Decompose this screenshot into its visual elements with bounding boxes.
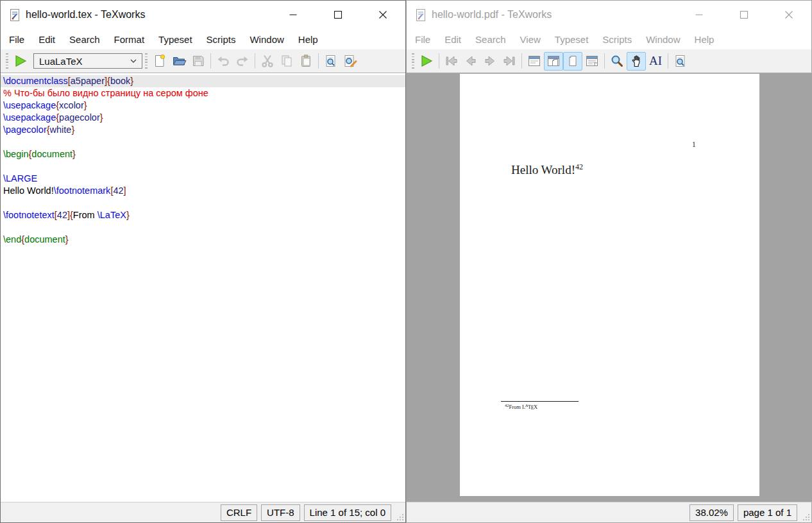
engine-select[interactable]: LuaLaTeX: [33, 53, 142, 69]
new-document-button[interactable]: [150, 52, 169, 71]
find-replace-icon: [343, 53, 358, 69]
line-ending-selector[interactable]: CRLF: [221, 504, 257, 521]
menu-item-search[interactable]: Search: [62, 31, 107, 48]
code-line-14[interactable]: \end{document}: [1, 234, 405, 246]
fit-width-button[interactable]: [544, 52, 563, 71]
maximize-button[interactable]: [722, 1, 766, 29]
code-line-15[interactable]: [1, 246, 405, 258]
redo-icon: [235, 53, 250, 69]
pdf-titlebar[interactable]: hello-world.pdf - TeXworks: [407, 1, 811, 29]
resize-grip[interactable]: [397, 514, 404, 521]
maximize-button[interactable]: [316, 1, 360, 29]
footnote-rule: [501, 401, 579, 402]
toolbar-separator: [439, 53, 439, 69]
close-icon: [784, 10, 794, 20]
toolbar-drag-handle[interactable]: [145, 53, 148, 69]
typeset-button[interactable]: [417, 52, 436, 71]
magnify-tool-button[interactable]: [607, 52, 627, 71]
menu-item-typeset[interactable]: Typeset: [151, 31, 199, 48]
zoom-level-indicator[interactable]: 38.02%: [689, 504, 734, 521]
toolbar-separator: [521, 53, 522, 69]
code-line-4[interactable]: \usepackage{pagecolor}: [1, 112, 405, 124]
text-select-tool-button[interactable]: AI: [646, 52, 665, 71]
actual-size-button[interactable]: [563, 52, 582, 71]
previous-page-button[interactable]: [461, 52, 480, 71]
paste-button[interactable]: [296, 52, 316, 71]
desktop: hello-world.tex - TeXworks: [0, 0, 812, 523]
open-folder-icon: [171, 53, 187, 69]
fit-window-button[interactable]: [525, 52, 544, 71]
menu-item-file[interactable]: File: [408, 31, 437, 48]
last-page-button[interactable]: [500, 52, 519, 71]
menu-item-view[interactable]: View: [513, 31, 548, 48]
next-page-icon: [482, 53, 498, 69]
next-page-button[interactable]: [480, 52, 500, 71]
code-line-11[interactable]: [1, 197, 405, 209]
code-line-5[interactable]: \pagecolor{white}: [1, 124, 405, 136]
minimize-icon: [288, 10, 298, 20]
close-icon: [378, 10, 388, 20]
menu-item-help[interactable]: Help: [688, 31, 722, 48]
maximize-icon: [333, 10, 343, 20]
source-editor[interactable]: \documentclass[a5paper]{book}% Что-бы бы…: [1, 73, 405, 502]
magnifier-icon: [609, 53, 625, 69]
minimize-button[interactable]: [677, 1, 722, 29]
undo-icon: [216, 53, 231, 69]
pdf-statusbar: 38.02% page 1 of 1: [407, 502, 811, 522]
save-button[interactable]: [189, 52, 208, 71]
footnote-mark-superscript: 42: [575, 162, 583, 171]
toolbar-drag-handle[interactable]: [412, 53, 414, 69]
menu-item-window[interactable]: Window: [639, 31, 687, 48]
pdf-page-number: 1: [692, 141, 696, 148]
window-title: hello-world.tex - TeXworks: [26, 9, 145, 21]
resize-grip[interactable]: [803, 514, 810, 521]
minimize-button[interactable]: [271, 1, 316, 29]
typeset-button[interactable]: [11, 52, 30, 71]
code-line-7[interactable]: \begin{document}: [1, 148, 405, 160]
find-button[interactable]: [671, 52, 690, 71]
continuous-view-button[interactable]: [582, 52, 602, 71]
texworks-doc-icon: [416, 8, 427, 22]
code-line-13[interactable]: [1, 221, 405, 234]
code-line-2[interactable]: % Что-бы было видно страницу на сером фо…: [1, 87, 405, 99]
menu-item-format[interactable]: Format: [107, 31, 152, 48]
find-icon: [673, 53, 688, 69]
open-button[interactable]: [169, 52, 189, 71]
menu-item-typeset[interactable]: Typeset: [548, 31, 596, 48]
code-line-12[interactable]: \footnotetext[42]{From \LaTeX}: [1, 209, 405, 221]
cut-button[interactable]: [258, 52, 277, 71]
first-page-button[interactable]: [442, 52, 461, 71]
code-line-9[interactable]: \LARGE: [1, 173, 405, 185]
page-indicator[interactable]: page 1 of 1: [738, 504, 797, 521]
pdf-viewport[interactable]: 1 Hello World!42 42From LATEX: [407, 73, 811, 502]
toolbar-separator: [255, 53, 255, 69]
menu-item-window[interactable]: Window: [242, 31, 291, 48]
code-line-3[interactable]: \usepackage{xcolor}: [1, 99, 405, 112]
code-line-8[interactable]: [1, 160, 405, 173]
encoding-selector[interactable]: UTF-8: [261, 504, 300, 521]
menu-item-edit[interactable]: Edit: [437, 31, 468, 48]
toolbar-drag-handle[interactable]: [6, 53, 8, 69]
undo-button[interactable]: [214, 52, 233, 71]
copy-button[interactable]: [277, 52, 296, 71]
pdf-page[interactable]: 1 Hello World!42 42From LATEX: [460, 74, 759, 496]
code-line-10[interactable]: Hello World!\footnotemark[42]: [1, 185, 405, 197]
close-button[interactable]: [766, 1, 811, 29]
menu-item-search[interactable]: Search: [468, 31, 513, 48]
toolbar-separator: [210, 53, 211, 69]
caret-position-indicator[interactable]: Line 1 of 15; col 0: [304, 504, 391, 521]
menu-item-edit[interactable]: Edit: [31, 31, 62, 48]
code-line-6[interactable]: [1, 136, 405, 148]
menu-item-help[interactable]: Help: [291, 31, 325, 48]
menu-item-file[interactable]: File: [2, 31, 31, 48]
close-button[interactable]: [360, 1, 405, 29]
replace-button[interactable]: [341, 52, 360, 71]
hand-tool-button[interactable]: [627, 52, 646, 71]
source-titlebar[interactable]: hello-world.tex - TeXworks: [1, 1, 405, 29]
menu-item-scripts[interactable]: Scripts: [199, 31, 243, 48]
save-icon: [190, 53, 206, 69]
find-button[interactable]: [321, 52, 341, 71]
redo-button[interactable]: [233, 52, 252, 71]
menu-item-scripts[interactable]: Scripts: [595, 31, 639, 48]
code-line-1[interactable]: \documentclass[a5paper]{book}: [1, 75, 405, 87]
